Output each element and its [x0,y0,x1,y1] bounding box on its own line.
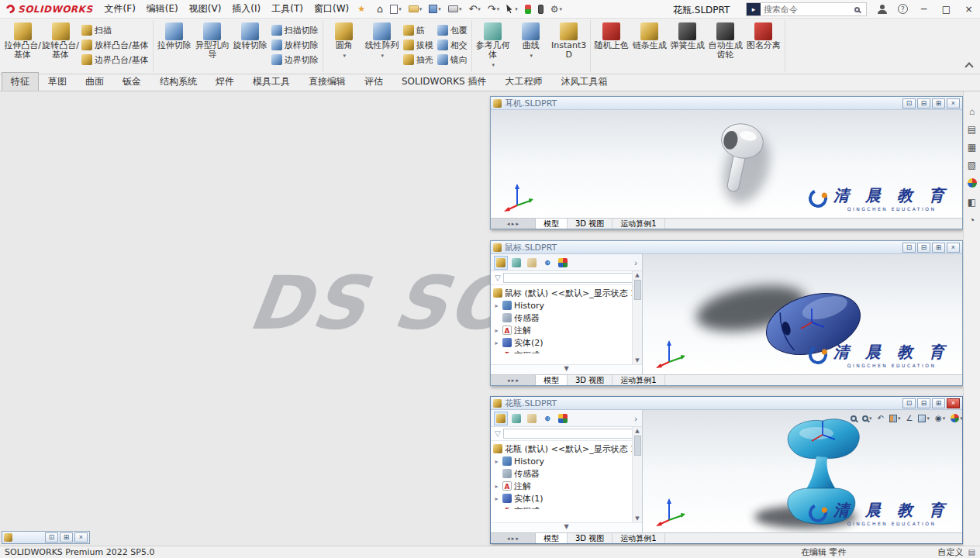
tree-scrollbar[interactable]: ▲▼ [632,271,642,364]
displaymanager-tab[interactable] [556,412,570,425]
motion-study-tab[interactable]: 运动算例1 [612,375,664,385]
tree-root[interactable]: 鼠标 (默认) <<默认>_显示状态 1> [493,287,642,299]
tab-sheet-metal[interactable]: 钣金 [113,72,150,91]
earphone-model[interactable] [686,112,818,219]
account-icon[interactable] [878,5,887,14]
revolve-boss-button[interactable]: 旋转凸台/基体 [42,21,79,61]
name-separate-button[interactable]: 图名分离 [745,21,782,52]
search-input[interactable] [761,5,854,15]
curves-button[interactable]: 曲线▾ [512,21,550,62]
tab-scroll-buttons[interactable]: ◂ ▸ ▸ [491,219,536,229]
displaymanager-tab[interactable] [556,256,570,270]
extruded-cut-button[interactable]: 拉伸切除 [156,21,193,52]
swept-cut-button[interactable]: 扫描切除 [270,23,320,37]
close-button[interactable]: × [947,98,960,108]
panel-flyout-chevron-icon[interactable]: › [632,258,640,267]
random-color-button[interactable]: 随机上色 [593,21,630,52]
instant3d-button[interactable]: Instant3D [550,21,588,61]
status-customize[interactable]: 自定义 [938,546,964,558]
boundary-boss-button[interactable]: 边界凸台/基体 [80,53,150,67]
spring-generate-button[interactable]: 弹簧生成 [669,21,706,52]
display-style-button[interactable]: ▾ [918,415,930,422]
rebuild-button[interactable] [523,3,533,16]
tab-scroll-buttons[interactable]: ◂ ▸ ▸ [491,533,536,543]
tree-item-solid-bodies[interactable]: ▸实体(1) [493,492,642,505]
restore-button[interactable]: ⊡ [902,243,916,253]
vase-viewport[interactable]: ▾ ↶ ▾ ∠ ▾ ◉▾ ▾ ▦ ▾ ▾ [643,410,962,532]
maximize-button[interactable]: ⊞ [932,398,945,408]
minimize-button[interactable]: ⊟ [917,243,930,253]
redo-button[interactable]: ↷▾ [485,2,502,16]
appearances-icon[interactable] [968,178,977,190]
close-button[interactable]: × [958,0,980,19]
3d-views-tab[interactable]: 3D 视图 [568,219,612,229]
tree-item-history[interactable]: ▸History [493,299,642,312]
minimize-button[interactable]: ⊟ [917,98,930,108]
tree-scrollbar[interactable]: ▲▼ [632,427,642,522]
open-button[interactable]: ▾ [406,2,425,16]
home-button[interactable]: ⌂ [374,2,385,16]
filter-input[interactable] [503,273,638,283]
featuremanager-tree-tab[interactable] [494,412,508,425]
tree-item-equations[interactable]: Σ方程式 [493,505,642,509]
lofted-cut-button[interactable]: 放样切除 [270,38,320,52]
tab-evaluate[interactable]: 评估 [355,72,392,91]
featuremanager-tree-tab[interactable] [494,256,508,270]
maximize-button[interactable]: ⊞ [932,98,945,108]
measure-button[interactable]: ∠ [906,414,913,422]
dimxpertmanager-tab[interactable]: ⊕ [540,412,554,425]
custom-properties-icon[interactable]: ◧ [968,198,976,208]
model-tab[interactable]: 模型 [536,533,568,543]
restore-button[interactable]: ⊡ [902,398,916,408]
hide-show-items-button[interactable]: ◉▾ [935,414,945,422]
vase-window-titlebar[interactable]: 花瓶.SLDPRT ⊡ ⊟ ⊞ × [491,397,962,410]
menu-pin-icon[interactable]: ★ [357,4,365,14]
shell-button[interactable]: 抽壳 [402,53,435,67]
select-button[interactable]: ▾ [504,2,520,16]
tab-engineer[interactable]: 大工程师 [495,72,551,91]
tree-item-annotations[interactable]: ▸A注解 [493,324,642,336]
menu-window[interactable]: 窗口(W) [309,0,354,19]
propertymanager-tab[interactable] [509,256,523,270]
minimize-button[interactable]: ─ [913,0,935,19]
restore-button[interactable]: ⊡ [45,532,58,542]
minimize-button[interactable]: ⊟ [917,398,930,408]
menu-insert[interactable]: 插入(I) [226,0,266,19]
motion-study-tab[interactable]: 运动算例1 [612,219,664,229]
ribbon-collapse-chevron-icon[interactable] [964,62,973,71]
3d-views-tab[interactable]: 3D 视图 [568,533,612,543]
menu-tools[interactable]: 工具(T) [266,0,309,19]
propertymanager-tab[interactable] [509,412,523,425]
dimxpertmanager-tab[interactable]: ⊕ [540,256,554,270]
configurationmanager-tab[interactable] [525,412,539,425]
configurationmanager-tab[interactable] [525,256,539,270]
lofted-boss-button[interactable]: 放样凸台/基体 [80,38,150,52]
panel-flyout-chevron-icon[interactable]: › [632,414,640,423]
view-palette-icon[interactable]: ▧ [968,160,976,170]
tab-features[interactable]: 特征 [2,72,39,91]
design-library-icon[interactable]: ▤ [968,125,976,135]
search-scope-icon[interactable]: ▸ [747,3,761,16]
mouse-viewport[interactable]: 清 晨 教 育 QINGCHEN EDUCATION [643,254,962,374]
save-button[interactable]: ▾ [426,2,443,16]
maximize-button[interactable]: □ [935,0,958,19]
reference-geometry-button[interactable]: 参考几何体▾ [474,21,512,71]
extrude-boss-button[interactable]: 拉伸凸台/基体 [4,21,41,61]
3d-views-tab[interactable]: 3D 视图 [568,375,612,385]
draft-button[interactable]: 拔模 [402,38,435,52]
tab-mufeng-toolbox[interactable]: 沐风工具箱 [551,72,616,91]
forum-icon[interactable]: ◔ [969,215,975,226]
restore-button[interactable]: ⊡ [902,98,916,108]
mobile-link-button[interactable] [536,3,546,16]
linear-pattern-button[interactable]: 线性阵列▾ [364,21,401,62]
tab-addins[interactable]: SOLIDWORKS 插件 [392,72,495,91]
menu-file[interactable]: 文件(F) [99,0,141,19]
file-explorer-icon[interactable]: ▦ [968,143,976,153]
tree-item-sensors[interactable]: 传感器 [493,312,642,324]
tab-sketch[interactable]: 草图 [39,72,76,91]
filter-input[interactable] [503,429,638,439]
tree-item-equations[interactable]: Σ方程式 [493,349,642,353]
zoom-fit-button[interactable] [851,415,857,422]
tree-scroll-down-icon[interactable]: ▼ [491,364,642,374]
mouse-window-titlebar[interactable]: 鼠标.SLDPRT ⊡ ⊟ ⊞ × [491,241,962,254]
